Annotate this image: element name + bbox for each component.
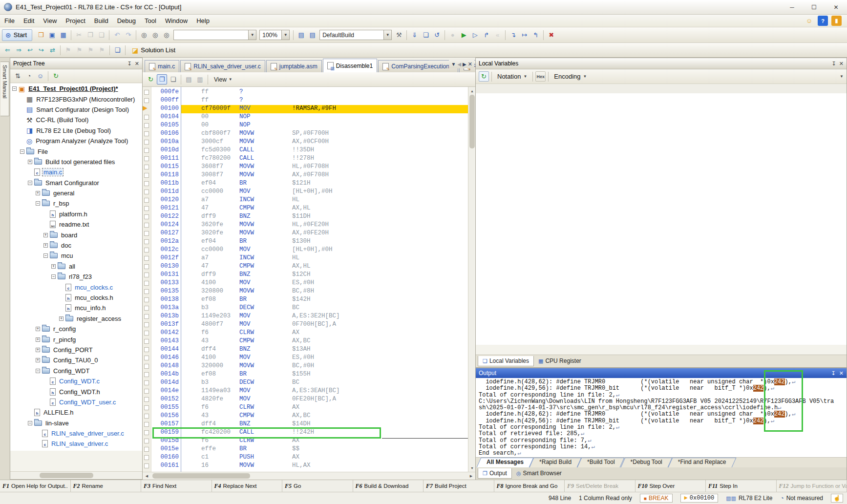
scroll-down-icon[interactable]: ▼ [469, 464, 475, 471]
fkey-f4[interactable]: F4Replace Next [212, 480, 283, 492]
disasm-row[interactable]: 0015eeffeBR$$ [143, 445, 468, 454]
disconnect-icon[interactable]: ✖ [546, 30, 556, 40]
message-tab--rapid-build[interactable]: *Rapid Build [531, 458, 579, 467]
tree-item[interactable]: +r_pincfg [10, 334, 142, 344]
disasm-row[interactable]: 00148320000MOVWBC,#0H [143, 362, 468, 371]
disasm-row[interactable]: 001153608f7MOVWHL,#0F708H [143, 163, 468, 171]
disasm-row[interactable]: 0014db3DECWBC [143, 379, 468, 387]
disasm-row[interactable]: 0012fa7INCWHL [143, 254, 468, 263]
scroll-left-icon[interactable]: ◀ [144, 473, 150, 480]
mixed-display-icon[interactable]: ❐ [157, 74, 167, 84]
message-tab-all-messages[interactable]: All Messages [479, 458, 531, 467]
maximize-button[interactable]: ☐ [803, 0, 825, 14]
tab-jumptable-asm[interactable]: jumptable.asm [266, 60, 322, 72]
tree-item[interactable]: +Config_PORT [10, 345, 142, 355]
breakpoint-toggle[interactable] [144, 156, 149, 161]
window-switch-icon[interactable]: ❏ [112, 45, 123, 55]
breakpoint-toggle[interactable] [144, 463, 149, 468]
scroll-up-icon[interactable]: ▲ [469, 87, 475, 94]
forward-jump-icon[interactable]: ↪ [36, 45, 46, 55]
tree-item[interactable]: +r_config [10, 324, 142, 334]
build-project-icon[interactable]: ▤ [296, 30, 306, 40]
go-icon[interactable]: ▶ [459, 30, 469, 40]
breakpoint-toggle[interactable] [144, 347, 149, 352]
save-disassemble-icon[interactable]: ❏ [168, 74, 178, 84]
menu-build[interactable]: Build [90, 15, 113, 26]
refresh-icon[interactable]: ↻ [51, 71, 61, 81]
menu-help[interactable]: Help [192, 15, 214, 26]
feedback-smiley-icon[interactable]: ☺ [804, 16, 814, 26]
disasm-row[interactable]: 0013b1149e203MOVA,ES:3E2H[BC] [143, 313, 468, 321]
breakpoint-toggle[interactable] [144, 148, 149, 153]
breakpoint-toggle[interactable] [144, 273, 149, 277]
project-tree-hscrollbar[interactable] [10, 471, 142, 479]
tree-item[interactable]: +doc [10, 240, 142, 251]
disasm-row[interactable]: 00155f6CLRWAX [143, 404, 468, 412]
disasm-row[interactable]: 00135320800MOVWBC,#8H [143, 288, 468, 296]
breakpoint-toggle[interactable] [144, 372, 149, 377]
menu-debug[interactable]: Debug [113, 15, 140, 26]
collapse-icon[interactable]: − [28, 181, 32, 185]
message-tab--build-tool[interactable]: *Build Tool [579, 458, 622, 467]
collapse-icon[interactable]: − [28, 421, 32, 425]
tab-comparsingexecution-c[interactable]: ComParsingExecution.c [378, 60, 458, 72]
rebuild-project-icon[interactable]: ▤ [307, 30, 318, 40]
tree-item[interactable]: cRLIN_salve_driver_user.c [10, 428, 142, 439]
collapse-icon[interactable]: − [12, 86, 17, 91]
pin-icon[interactable]: ↧ [832, 61, 836, 67]
return-to-pc-icon[interactable]: ⇄ [47, 45, 58, 55]
close-icon[interactable]: ✕ [839, 370, 844, 377]
disasm-row[interactable]: 000feff? [143, 88, 468, 97]
fkey-f9[interactable]: F9Set/Delete Break [565, 480, 635, 492]
tree-item[interactable]: ▦R7F123FBG3xNP (Microcontroller) [10, 94, 142, 104]
disasm-row[interactable]: 0013f4800f7MOV0F700H[BC],A [143, 321, 468, 329]
chevron-down-icon[interactable]: ▼ [248, 30, 256, 40]
scroll-right-icon[interactable]: ▶ [468, 473, 474, 480]
tree-item[interactable]: ▤Smart Configurator (Design Tool) [10, 105, 142, 115]
tab-output[interactable]: ❐Output [478, 468, 512, 479]
editor-hscrollbar[interactable]: ◀ ▶ [143, 472, 475, 480]
breakpoint-toggle[interactable] [144, 165, 149, 169]
expand-icon[interactable]: + [36, 327, 40, 331]
collapse-icon[interactable]: − [51, 274, 56, 279]
disasm-row[interactable]: 0014bef08BR$155H [143, 371, 468, 379]
fkey-f10[interactable]: F10Step Over [635, 480, 706, 492]
user-filter-icon[interactable]: ☺ [35, 71, 45, 81]
disasm-row[interactable]: 0015643CMPWAX,BC [143, 412, 468, 420]
tab-smart-browser[interactable]: ◎Smart Browser [512, 468, 566, 478]
fkey-f2[interactable]: F2Rename [71, 480, 142, 492]
minimize-button[interactable]: ─ [781, 0, 803, 14]
disasm-row[interactable]: 0010500NOP [143, 122, 468, 130]
breakpoint-toggle[interactable] [144, 314, 149, 319]
tab-rlin-salve-driver-user-c[interactable]: RLIN_salve_driver_user.c [180, 60, 265, 72]
tree-item[interactable]: hConfig_WDT.h [10, 386, 142, 397]
disasm-row[interactable]: 0014343CMPWAX,BC [143, 337, 468, 346]
expand-icon[interactable]: + [36, 348, 40, 352]
tree-item[interactable]: −▣E41_Test_Project01 (Project)* [10, 84, 142, 94]
find-backward-icon[interactable]: ◎ [150, 30, 160, 40]
breakpoint-toggle[interactable] [144, 439, 149, 443]
scroll-tabs-left-icon[interactable]: ◀ [457, 62, 461, 67]
menu-edit[interactable]: Edit [19, 15, 39, 26]
disasm-row[interactable]: 0010a3000cfMOVWAX,#0CF00H [143, 138, 468, 147]
disasm-row[interactable]: 0013047CMPWAX,HL [143, 263, 468, 271]
collapse-icon[interactable]: − [43, 253, 48, 258]
breakpoint-toggle[interactable] [144, 214, 149, 219]
encoding-dropdown[interactable]: Encoding ▼ [551, 71, 590, 82]
tree-item[interactable]: hALLFILE.h [10, 407, 142, 418]
close-icon[interactable]: ✕ [135, 61, 139, 67]
time-filter-icon[interactable]: ◔ [24, 71, 34, 81]
disasm-row[interactable]: 001524820feMOV0FE20H[BC],A [143, 396, 468, 404]
close-icon[interactable]: ✕ [839, 61, 844, 67]
breakpoint-toggle[interactable] [144, 380, 149, 385]
vscroll-thumb[interactable] [469, 95, 475, 148]
tree-item[interactable]: −mcu [10, 251, 142, 261]
tree-item[interactable]: −Smart Configurator [10, 178, 142, 188]
breakpoint-toggle[interactable] [144, 322, 149, 327]
tree-item[interactable]: +Build tool generated files [10, 157, 142, 167]
breakpoint-toggle[interactable] [144, 206, 149, 211]
search-text-combo[interactable]: ▼ [173, 30, 256, 40]
breakpoint-toggle[interactable] [144, 264, 149, 269]
breakpoint-toggle[interactable] [144, 98, 149, 103]
view-menu-button[interactable]: View ▼ [210, 75, 236, 84]
